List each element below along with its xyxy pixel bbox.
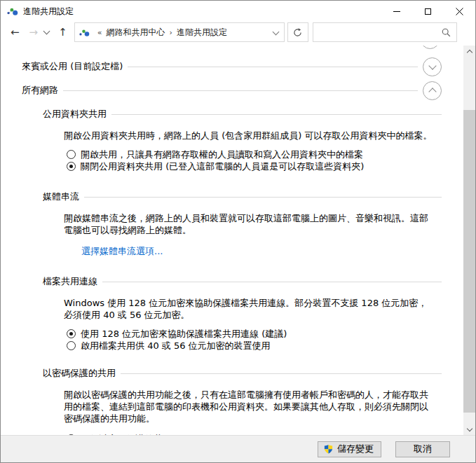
maximize-icon [425, 8, 431, 15]
radio-use-128-bit-encryption[interactable]: 使用 128 位元加密來協助保護檔案共用連線 (建議) [67, 328, 442, 340]
chevron-down-icon [466, 425, 472, 431]
expand-section-button[interactable] [423, 57, 442, 76]
save-changes-button[interactable]: 儲存變更 [318, 441, 381, 457]
radio-label[interactable]: 關閉公用資料夾共用 (已登入這部電腦的人員還是可以存取這些資料夾) [81, 160, 364, 173]
search-input[interactable] [319, 27, 442, 37]
cancel-button[interactable]: 取消 [395, 441, 450, 457]
search-icon[interactable] [442, 28, 451, 37]
all-networks-body: 公用資料夾共用 開啟公用資料夾共用時，網路上的人員 (包含家用群組成員) 可以存… [22, 107, 442, 435]
navigation-toolbar: ← → ↑ « 網路和共用中心 › 進階共用設定 [1, 22, 475, 46]
section-all-networks: 所有網路 [22, 81, 442, 100]
breadcrumb-item-network-center[interactable]: 網路和共用中心 [106, 27, 165, 39]
choose-media-streaming-options-link[interactable]: 選擇媒體串流選項... [81, 246, 163, 256]
radio-turn-on-password-protected-sharing[interactable]: 開啟以密碼保護的共用 [67, 433, 442, 435]
subsection-description: Windows 使用 128 位元加密來協助保護檔案共用連線。部分裝置不支援 1… [64, 297, 434, 321]
subsection-password-protected-sharing: 以密碼保護的共用 [43, 366, 442, 380]
section-title: 來賓或公用 (目前設定檔) [22, 60, 123, 73]
radio-label[interactable]: 開啟共用，只讓具有網路存取權的人員讀取和寫入公用資料夾中的檔案 [81, 148, 363, 161]
footer-bar: 儲存變更 取消 [1, 435, 475, 462]
subsection-divider [102, 282, 442, 282]
subsection-divider [111, 114, 442, 115]
clipped-section-chevron [421, 46, 440, 49]
radio-icon[interactable] [67, 341, 76, 350]
subsection-title: 檔案共用連線 [43, 275, 97, 288]
radio-icon[interactable] [67, 162, 76, 171]
subsection-description: 開啟以密碼保護的共用功能之後，只有在這部電腦擁有使用者帳戶和密碼的人，才能存取共… [64, 389, 434, 424]
window-title: 進階共用設定 [23, 6, 74, 18]
close-icon [456, 8, 463, 15]
scroll-up-button[interactable] [463, 46, 475, 57]
section-guest-or-public: 來賓或公用 (目前設定檔) [22, 57, 442, 76]
radio-label[interactable]: 使用 128 位元加密來協助保護檔案共用連線 (建議) [81, 328, 287, 340]
settings-scrollpane: 來賓或公用 (目前設定檔) 所有網路 公用資料夾共用 開啟 [1, 57, 463, 435]
breadcrumb-item-advanced-sharing[interactable]: 進階共用設定 [177, 27, 227, 39]
radio-icon[interactable] [67, 150, 76, 159]
collapse-section-button[interactable] [423, 81, 442, 100]
sharing-breadcrumb-icon [79, 27, 90, 38]
advanced-sharing-settings-window: 進階共用設定 ← → ↑ « 網路和共用中心 › 進階共用設定 [0, 0, 476, 463]
back-button[interactable]: ← [6, 22, 25, 42]
breadcrumb-overflow[interactable]: « [97, 28, 102, 37]
subsection-public-folder-sharing: 公用資料夾共用 [43, 107, 442, 121]
subsection-title: 以密碼保護的共用 [43, 367, 116, 380]
subsection-title: 媒體串流 [43, 191, 79, 203]
subsection-divider [121, 373, 442, 374]
scrollbar-thumb[interactable] [463, 110, 475, 413]
subsection-media-streaming: 媒體串流 [43, 190, 442, 204]
section-divider [63, 90, 418, 91]
search-box [313, 22, 457, 42]
chevron-up-icon [466, 50, 472, 55]
uac-shield-icon [323, 443, 334, 455]
password-protected-options: 開啟以密碼保護的共用 關閉以密碼保護的共用 [67, 433, 442, 435]
sharing-app-icon [7, 6, 18, 17]
minimize-button[interactable] [381, 1, 412, 22]
maximize-button[interactable] [412, 1, 444, 22]
minimize-icon [393, 11, 400, 12]
public-folder-options: 開啟共用，只讓具有網路存取權的人員讀取和寫入公用資料夾中的檔案 關閉公用資料夾共… [67, 148, 442, 172]
radio-label[interactable]: 開啟以密碼保護的共用 [81, 433, 172, 436]
subsection-description: 開啟公用資料夾共用時，網路上的人員 (包含家用群組成員) 可以存取公用資料夾中的… [64, 130, 434, 141]
titlebar: 進階共用設定 [1, 1, 475, 22]
radio-icon[interactable] [67, 434, 76, 435]
vertical-scrollbar[interactable] [463, 46, 475, 435]
refresh-button[interactable] [287, 22, 308, 42]
radio-turn-on-public-folder-sharing[interactable]: 開啟共用，只讓具有網路存取權的人員讀取和寫入公用資料夾中的檔案 [67, 148, 442, 160]
address-dropdown-icon[interactable] [272, 28, 279, 35]
radio-icon[interactable] [67, 329, 76, 338]
refresh-icon [293, 28, 302, 37]
subsection-description: 開啟媒體串流之後，網路上的人員和裝置就可以存取這部電腦上的圖片、音樂和視訊。這部… [64, 212, 434, 236]
section-divider [128, 67, 418, 67]
close-button[interactable] [444, 1, 475, 22]
radio-turn-off-public-folder-sharing[interactable]: 關閉公用資料夾共用 (已登入這部電腦的人員還是可以存取這些資料夾) [67, 160, 442, 172]
file-sharing-options: 使用 128 位元加密來協助保護檔案共用連線 (建議) 啟用檔案共用供 40 或… [67, 328, 442, 352]
recent-pages-dropdown-icon[interactable] [43, 28, 50, 35]
section-title: 所有網路 [22, 84, 58, 97]
scroll-down-button[interactable] [463, 423, 475, 435]
settings-content: 來賓或公用 (目前設定檔) 所有網路 公用資料夾共用 開啟 [1, 46, 475, 435]
subsection-file-sharing-connections: 檔案共用連線 [43, 275, 442, 289]
chevron-up-icon [428, 88, 436, 95]
up-button[interactable]: ↑ [53, 22, 72, 42]
breadcrumb[interactable]: « 網路和共用中心 › 進階共用設定 [74, 22, 285, 42]
subsection-divider [84, 197, 442, 198]
forward-button[interactable]: → [25, 22, 43, 42]
breadcrumb-separator-icon[interactable]: › [169, 28, 172, 37]
chevron-down-icon [428, 62, 436, 69]
radio-label[interactable]: 啟用檔案共用供 40 或 56 位元加密的裝置使用 [81, 340, 271, 352]
save-changes-label: 儲存變更 [337, 443, 374, 455]
radio-enable-40-56-bit-encryption[interactable]: 啟用檔案共用供 40 或 56 位元加密的裝置使用 [67, 340, 442, 352]
subsection-title: 公用資料夾共用 [43, 108, 107, 120]
